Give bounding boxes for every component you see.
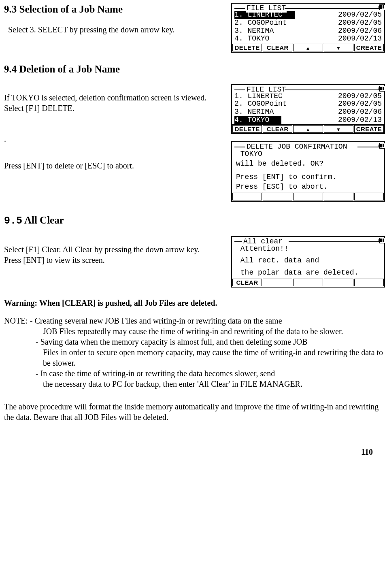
note-prefix: NOTE: xyxy=(4,316,30,325)
softkey-blank[interactable] xyxy=(293,193,323,200)
softkey-delete[interactable]: DELETE xyxy=(232,125,262,133)
softkey-clear[interactable]: CLEAR xyxy=(263,44,292,51)
lcd4-line3: the polar data are deleted. xyxy=(234,268,382,278)
lcd2-title: FILE LIST xyxy=(246,86,287,94)
section-9-3: 9.3 Selection of a Job Name Select 3. SE… xyxy=(4,3,385,53)
top-rule xyxy=(4,1,385,1)
softkey-create[interactable]: CREATE xyxy=(354,125,384,133)
body-9-3: Select 3. SELECT by pressing the down ar… xyxy=(4,24,219,35)
page-number: 110 xyxy=(4,447,385,457)
lcd1-row-4-right: 2009/02/13 xyxy=(338,35,382,43)
lcd3-line4: Press [ESC] to abort. xyxy=(234,182,382,192)
note-2a: - Saving data when the memory capacity i… xyxy=(36,337,308,346)
softkey-down-icon[interactable] xyxy=(324,125,353,133)
lcd1-title: FILE LIST xyxy=(246,4,287,13)
body-9-4-2: Press [ENT] to delete or [ESC] to abort. xyxy=(4,160,219,171)
lcd2-row-2-left: 2. COGOPoint xyxy=(234,100,287,108)
lcd3-title: DELETE JOB CONFIRMATION xyxy=(246,143,348,151)
body-9-5: Select [F1] Clear. All Clear by pressing… xyxy=(4,244,219,265)
softkey-blank[interactable] xyxy=(324,193,353,200)
lcd-file-list-1: FILE LIST 1. LINERTEC2009/02/05 2. COGOP… xyxy=(231,3,385,53)
softkey-blank[interactable] xyxy=(263,193,292,200)
warning-text: Warning: When [CLEAR] is pushed, all Job… xyxy=(4,298,385,308)
softkey-blank[interactable] xyxy=(263,279,292,286)
softkey-up-icon[interactable] xyxy=(293,44,323,51)
lcd-delete-confirm: DELETE JOB CONFIRMATION TOKYO will be de… xyxy=(231,141,385,202)
section-9-5: 9.5 All Clear Select [F1] Clear. All Cle… xyxy=(4,214,385,288)
lcd4-title: All clear xyxy=(242,238,283,246)
softkey-blank[interactable] xyxy=(293,279,323,286)
lcd-file-list-2: FILE LIST 1. LINERTEC2009/02/05 2. COGOP… xyxy=(231,84,385,134)
note-3a: - In case the time of writing-in or rewr… xyxy=(36,369,275,378)
softkey-blank[interactable] xyxy=(354,279,384,286)
lcd1-row-1-right: 2009/02/05 xyxy=(338,11,382,19)
section-9-4: 9.4 Deletion of a Job Name If TOKYO is s… xyxy=(4,63,385,202)
lcd1-row-2-left: 2. COGOPoint xyxy=(234,19,287,27)
body-9-4-1: If TOKYO is selected, deletion confirmat… xyxy=(4,92,219,113)
lcd1-row-3-right: 2009/02/06 xyxy=(338,27,382,35)
lcd2-row-1-right: 2009/02/05 xyxy=(338,92,382,100)
note-block: NOTE: - Creating several new JOB Files a… xyxy=(4,315,385,389)
lcd2-row-4-right: 2009/02/13 xyxy=(338,116,382,124)
lcd1-row-2-right: 2009/02/05 xyxy=(338,19,382,27)
lcd2-row-4-left: 4. TOKYO xyxy=(234,116,281,124)
trailing-paragraph: The above procedure will format the insi… xyxy=(4,401,385,422)
lcd3-line2: will be deleted. OK? xyxy=(234,159,382,169)
lcd3-line3: Press [ENT] to confirm. xyxy=(234,173,382,182)
softkey-blank[interactable] xyxy=(354,193,384,200)
lcd2-row-3-left: 3. NERIMA xyxy=(234,108,274,116)
lcd1-row-3-left: 3. NERIMA xyxy=(234,27,274,35)
heading-9-4: 9.4 Deletion of a Job Name xyxy=(4,63,385,76)
softkey-clear[interactable]: CLEAR xyxy=(263,125,292,133)
lcd2-row-3-right: 2009/02/06 xyxy=(338,108,382,116)
note-1a: - Creating several new JOB Files and wri… xyxy=(30,316,282,325)
lcd4-line2: All rect. data and xyxy=(234,256,382,266)
softkey-create[interactable]: CREATE xyxy=(354,44,384,51)
lcd1-row-4-left: 4. TOKYO xyxy=(234,35,269,43)
softkey-down-icon[interactable] xyxy=(324,44,353,51)
dot: . xyxy=(4,134,219,144)
note-2b: Files in order to secure open memory cap… xyxy=(4,347,385,368)
heading-9-3: 9.3 Selection of a Job Name xyxy=(4,3,219,16)
softkey-blank[interactable] xyxy=(324,279,353,286)
note-1b: JOB Files repeatedly may cause the time … xyxy=(4,326,385,337)
lcd2-row-2-right: 2009/02/05 xyxy=(338,100,382,108)
softkey-blank[interactable] xyxy=(232,193,262,200)
lcd-all-clear: All clear Attention!! All rect. data and… xyxy=(231,236,385,288)
note-3b: the necessary data to PC for backup, the… xyxy=(4,379,385,389)
softkey-clear[interactable]: CLEAR xyxy=(232,279,262,286)
softkey-up-icon[interactable] xyxy=(293,125,323,133)
heading-9-5: 9.5 All Clear xyxy=(4,214,385,228)
softkey-delete[interactable]: DELETE xyxy=(232,44,262,51)
